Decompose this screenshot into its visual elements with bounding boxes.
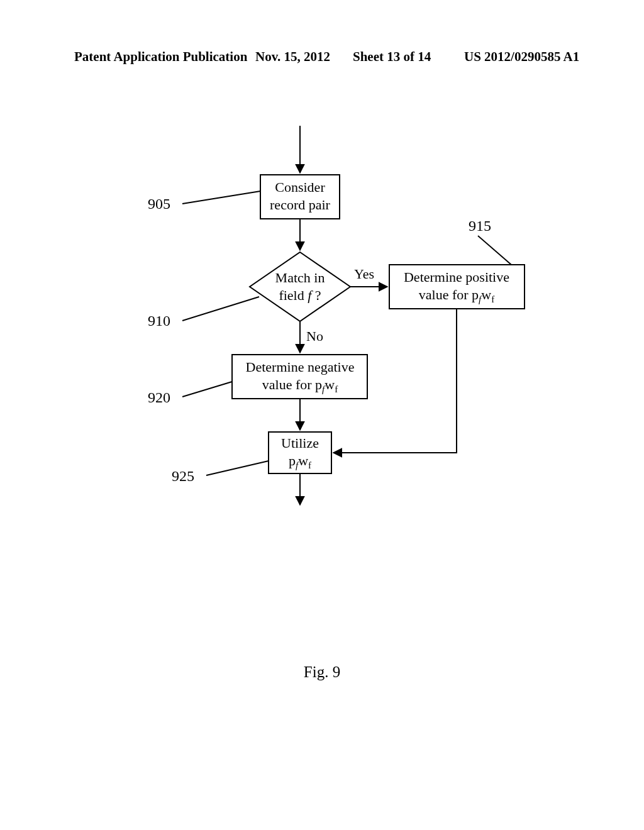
ref-915: 915 (469, 218, 491, 234)
node-905-line1: Consider (275, 179, 325, 195)
node-910-line2: field f ? (279, 287, 321, 303)
leader-915 (478, 236, 511, 265)
leader-925 (206, 461, 269, 475)
figure-label: Fig. 9 (0, 663, 644, 681)
node-915-line1: Determine positive (404, 269, 509, 285)
node-905-line2: record pair (270, 197, 331, 213)
ref-905: 905 (148, 196, 170, 212)
node-910-diamond (250, 252, 350, 321)
node-925-line2: pfwf (289, 453, 311, 470)
node-910-line1: Match in (275, 270, 325, 285)
node-920-line1: Determine negative (246, 359, 355, 375)
page: Patent Application Publication Nov. 15, … (0, 0, 644, 830)
node-920-line2: value for pfwf (262, 377, 338, 394)
flowchart: Consider record pair 905 Match in field … (0, 0, 644, 830)
ref-925: 925 (172, 468, 194, 484)
leader-905 (182, 191, 260, 204)
leader-910 (182, 297, 259, 321)
edge-yes-label: Yes (354, 266, 374, 282)
edge-no-label: No (306, 328, 323, 344)
ref-920: 920 (148, 389, 170, 406)
node-925-line1: Utilize (281, 435, 319, 451)
leader-920 (182, 382, 232, 397)
ref-910: 910 (148, 313, 170, 329)
node-915-line2: value for pfwf (419, 287, 494, 304)
